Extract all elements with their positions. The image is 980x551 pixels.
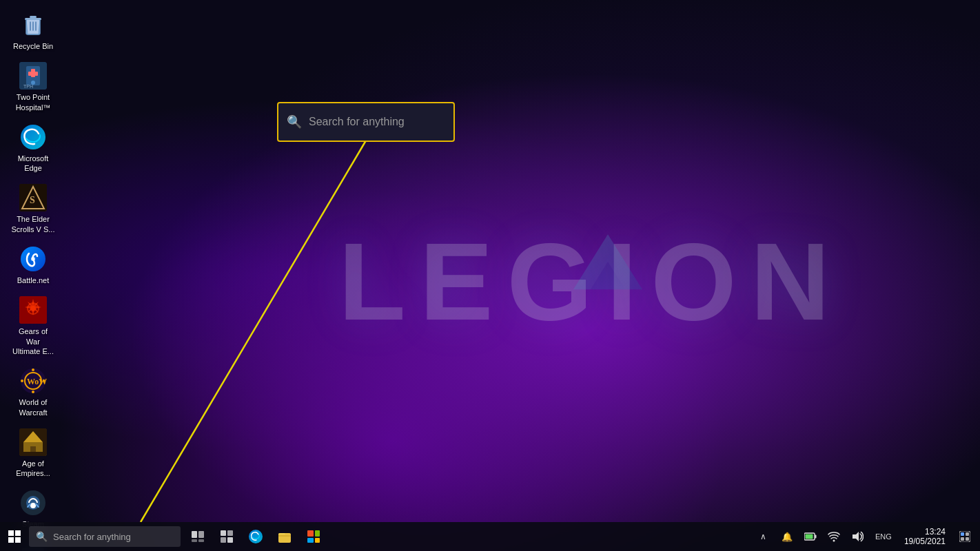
system-tray: ∧ 🔔 — [754, 522, 980, 551]
taskbar-edge-icon — [248, 529, 263, 544]
language-label: ENG — [875, 532, 892, 541]
svg-rect-50 — [15, 537, 21, 543]
steam-icon — [19, 489, 47, 517]
desktop-icons-area: Recycle Bin TPH Two PointHospital™ — [0, 0, 110, 523]
svg-rect-9 — [28, 72, 38, 76]
svg-rect-49 — [8, 537, 14, 543]
svg-rect-32 — [30, 446, 36, 452]
clock-button[interactable]: 13:24 19/05/2021 — [900, 526, 950, 548]
svg-rect-73 — [961, 537, 964, 541]
wow-label: World of Warcraft — [11, 397, 55, 417]
taskbar-explorer-button[interactable] — [270, 522, 299, 551]
desktop-icon-tph[interactable]: TPH Two PointHospital™ — [6, 58, 61, 116]
clock-date: 19/05/2021 — [904, 537, 946, 546]
taskbar-store-icon — [306, 529, 321, 544]
taskbar-search-bar[interactable]: 🔍 Search for anything — [29, 526, 181, 547]
svg-rect-63 — [307, 538, 314, 543]
svg-rect-61 — [307, 530, 314, 537]
svg-rect-4 — [25, 18, 41, 20]
taskbar-search-text: Search for anything — [53, 532, 131, 542]
tray-notification-icon[interactable]: 🔔 — [777, 527, 797, 546]
svg-point-35 — [30, 503, 36, 508]
svg-rect-64 — [315, 538, 320, 543]
desktop-icon-wow[interactable]: WoW World of Warcraft — [6, 363, 61, 422]
widgets-icon — [221, 530, 233, 543]
svg-point-26 — [32, 391, 34, 393]
desktop-icon-battlenet[interactable]: Battle.net — [6, 241, 61, 289]
svg-rect-48 — [15, 530, 21, 536]
gow-label: Gears of WarUltimate E... — [11, 326, 55, 356]
tray-volume-button[interactable] — [848, 527, 867, 546]
wifi-icon — [828, 531, 840, 542]
wow-icon: WoW — [19, 367, 47, 395]
svg-rect-47 — [8, 530, 14, 536]
windows-logo-icon — [8, 530, 21, 543]
tray-battery-button[interactable] — [801, 527, 820, 546]
tph-label: Two PointHospital™ — [16, 92, 51, 112]
recycle-bin-icon — [19, 11, 47, 39]
desktop-icon-aoe[interactable]: Age ofEmpires... — [6, 424, 61, 483]
chevron-up-icon: ∧ — [760, 532, 766, 541]
task-view-icon — [192, 531, 204, 542]
aoe-label: Age ofEmpires... — [16, 459, 50, 479]
taskbar-edge-button[interactable] — [241, 522, 270, 551]
search-popup-icon: 🔍 — [287, 114, 302, 129]
svg-point-68 — [833, 540, 835, 542]
taskbar-search-icon: 🔍 — [36, 531, 48, 542]
tes-label: The ElderScrolls V S... — [12, 214, 55, 234]
volume-icon — [851, 531, 864, 542]
search-popup[interactable]: 🔍 Search for anything — [277, 102, 455, 142]
svg-point-27 — [21, 380, 23, 382]
svg-text:TPH: TPH — [23, 84, 33, 89]
widgets-button[interactable] — [212, 522, 241, 551]
notification-icon — [959, 531, 970, 542]
svg-rect-72 — [966, 532, 969, 536]
battlenet-icon — [19, 245, 47, 273]
desktop-icon-edge[interactable]: MicrosoftEdge — [6, 119, 61, 178]
taskbar-store-button[interactable] — [299, 522, 328, 551]
svg-text:S: S — [30, 195, 35, 205]
start-button[interactable] — [0, 522, 29, 551]
svg-point-25 — [32, 368, 34, 371]
svg-rect-67 — [805, 534, 813, 539]
svg-rect-57 — [221, 537, 226, 543]
svg-rect-54 — [198, 539, 204, 542]
tray-language-button[interactable]: ENG — [871, 527, 896, 546]
tray-expand-button[interactable]: ∧ — [754, 527, 773, 546]
svg-rect-62 — [315, 530, 320, 537]
svg-rect-55 — [221, 530, 226, 536]
tes-icon: S — [19, 184, 47, 211]
svg-rect-5 — [30, 16, 37, 18]
bell-icon: 🔔 — [782, 532, 793, 542]
desktop-icon-gow[interactable]: Gears of WarUltimate E... — [6, 292, 61, 360]
tph-icon: TPH — [19, 62, 47, 90]
svg-rect-60 — [278, 533, 291, 543]
recycle-bin-label: Recycle Bin — [13, 41, 53, 51]
taskbar-explorer-icon — [277, 529, 292, 544]
svg-rect-58 — [227, 537, 233, 543]
desktop-icon-recycle-bin[interactable]: Recycle Bin — [6, 7, 61, 55]
edge-label: MicrosoftEdge — [18, 154, 49, 174]
svg-rect-71 — [961, 532, 964, 536]
svg-rect-53 — [192, 539, 197, 542]
task-view-button[interactable] — [183, 522, 212, 551]
battery-icon — [804, 532, 817, 541]
lenovo-y-logo — [566, 227, 649, 320]
battlenet-label: Battle.net — [17, 276, 49, 285]
taskbar: 🔍 Search for anything — [0, 522, 980, 551]
clock-time: 13:24 — [925, 527, 946, 537]
svg-rect-66 — [815, 535, 816, 539]
tray-wifi-button[interactable] — [824, 527, 844, 546]
gow-icon — [19, 296, 47, 324]
svg-rect-74 — [966, 537, 969, 541]
notification-center-button[interactable] — [954, 522, 976, 551]
svg-marker-69 — [853, 532, 859, 541]
desktop-icon-tes[interactable]: S The ElderScrolls V S... — [6, 180, 61, 238]
search-popup-text: Search for anything — [309, 116, 405, 128]
aoe-icon — [19, 428, 47, 456]
svg-rect-51 — [192, 531, 197, 538]
svg-rect-56 — [227, 530, 233, 536]
edge-icon — [19, 123, 47, 151]
svg-point-28 — [43, 380, 45, 382]
svg-point-17 — [31, 257, 35, 261]
